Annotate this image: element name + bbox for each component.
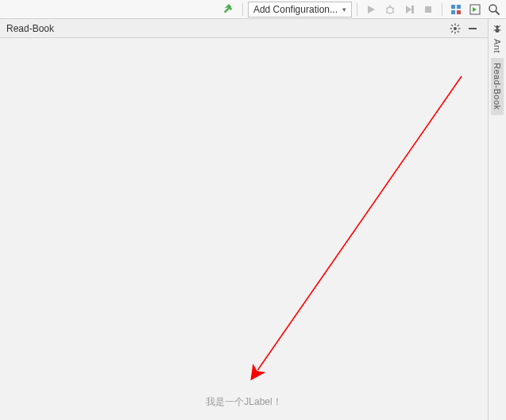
build-button[interactable]	[220, 1, 238, 18]
rail-tab-label: Ant	[492, 39, 502, 53]
svg-line-2	[386, 8, 388, 9]
run-anything-icon	[469, 4, 481, 15]
rail-tab-ant[interactable]: Ant	[491, 19, 504, 58]
run-config-selector[interactable]: Add Configuration... ▾	[248, 2, 352, 17]
svg-line-21	[458, 30, 459, 32]
svg-point-27	[496, 29, 500, 33]
jlabel-text: 我是一个JLabel！	[206, 395, 281, 409]
svg-point-0	[387, 7, 393, 13]
svg-rect-11	[457, 10, 461, 14]
svg-line-4	[386, 12, 388, 13]
chevron-down-icon: ▾	[342, 6, 346, 13]
separator	[357, 3, 357, 16]
ant-icon	[492, 24, 502, 36]
svg-line-28	[494, 25, 496, 27]
svg-rect-10	[451, 10, 455, 14]
structure-button[interactable]	[447, 1, 465, 18]
hammer-icon	[223, 4, 234, 15]
rail-tab-label: Read-Book	[492, 63, 502, 110]
svg-line-22	[458, 25, 459, 26]
minimize-icon	[467, 23, 478, 34]
svg-rect-7	[425, 6, 431, 13]
top-toolbar: Add Configuration... ▾	[0, 0, 506, 19]
main-panel: Read-Book	[0, 19, 489, 420]
panel-hide-button[interactable]	[464, 20, 481, 37]
search-button[interactable]	[485, 1, 503, 18]
svg-rect-8	[451, 5, 455, 9]
svg-rect-6	[411, 6, 414, 13]
panel-header: Read-Book	[0, 19, 488, 38]
separator	[442, 3, 442, 16]
svg-line-5	[392, 12, 394, 13]
coverage-icon	[404, 4, 415, 15]
svg-line-3	[392, 8, 394, 9]
bug-icon	[384, 4, 396, 15]
stop-icon	[423, 4, 434, 15]
coverage-button[interactable]	[400, 1, 418, 18]
svg-rect-24	[469, 28, 477, 29]
gear-icon	[450, 23, 461, 34]
annotation-arrow	[0, 38, 488, 420]
debug-button[interactable]	[381, 1, 399, 18]
svg-line-23	[451, 30, 453, 32]
search-icon	[488, 3, 500, 16]
svg-line-29	[499, 25, 500, 27]
svg-line-20	[451, 25, 453, 26]
body: Read-Book	[0, 19, 506, 420]
svg-line-14	[496, 11, 500, 15]
panel-title: Read-Book	[6, 23, 446, 34]
svg-point-15	[454, 27, 457, 30]
app-root: Add Configuration... ▾	[0, 0, 506, 420]
right-tool-rail: Ant Read-Book	[489, 19, 506, 420]
run-config-label: Add Configuration...	[253, 4, 338, 15]
run-anything-button[interactable]	[466, 1, 484, 18]
rail-tab-read-book[interactable]: Read-Book	[491, 58, 504, 115]
play-icon	[365, 4, 377, 15]
svg-point-26	[496, 25, 499, 29]
svg-line-25	[257, 76, 462, 370]
panel-content: 我是一个JLabel！	[0, 38, 488, 420]
run-button[interactable]	[362, 1, 380, 18]
stop-button[interactable]	[419, 1, 437, 18]
svg-rect-9	[457, 5, 461, 9]
structure-icon	[450, 4, 462, 15]
panel-settings-button[interactable]	[446, 20, 464, 37]
svg-point-13	[489, 5, 496, 12]
separator	[242, 3, 243, 16]
